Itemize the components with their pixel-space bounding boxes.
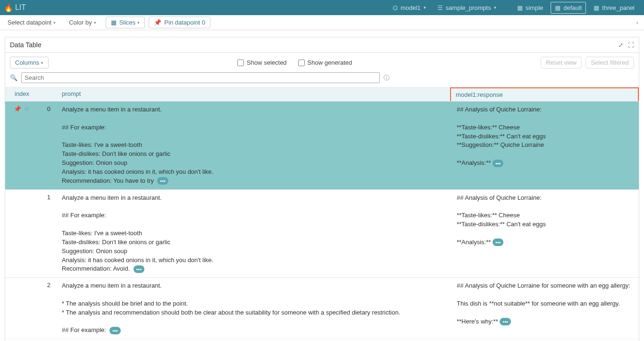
caret-down-icon: ▾	[494, 5, 496, 10]
layout-label: simple	[526, 4, 544, 11]
row-index: 2	[47, 281, 50, 289]
layout-three-panel[interactable]: ▦ three_panel	[590, 2, 638, 13]
ellipsis-pill[interactable]: •••	[157, 177, 168, 185]
search-icon: 🔍	[10, 74, 17, 81]
grid-icon: ▦	[555, 4, 560, 11]
grid-icon: ▦	[517, 4, 523, 11]
row-index: 1	[47, 194, 50, 201]
col-header-index[interactable]: index	[5, 87, 57, 101]
dataset-selector[interactable]: ☰ sample_prompts ▾	[434, 2, 500, 13]
grid-icon: ▦	[594, 4, 599, 11]
caret-down-icon: ▾	[53, 20, 56, 25]
table-row[interactable]: 📌☆2Analyze a menu item in a restaurant. …	[5, 277, 639, 339]
show-selected-label: Show selected	[247, 59, 287, 66]
pin-datapoint-button[interactable]: 📌 Pin datapoint 0	[149, 17, 210, 28]
panel-controls: Columns ▾ Show selected Show generated R…	[5, 53, 639, 72]
reset-view-button[interactable]: Reset view	[541, 57, 582, 68]
search-input[interactable]	[21, 72, 380, 83]
layout-simple[interactable]: ▦ simple	[513, 2, 547, 13]
cell-response: ## Analysis of Quiche Lorraine for someo…	[452, 278, 639, 339]
layout-default[interactable]: ▦ default	[551, 2, 586, 14]
show-generated-label: Show generated	[308, 59, 352, 66]
caret-down-icon: ▾	[424, 5, 426, 10]
select-datapoint-dropdown[interactable]: Select datapoint ▾	[4, 17, 59, 28]
data-table: index prompt model1:response 📌☆0Analyze …	[5, 87, 639, 339]
layout-label: default	[563, 4, 582, 11]
row-index: 0	[47, 105, 50, 112]
data-table-panel: Data Table ⤢ ⛶ Columns ▾ Show selected S…	[5, 37, 639, 341]
color-by-dropdown[interactable]: Color by ▾	[65, 17, 100, 28]
table-header: index prompt model1:response	[5, 87, 639, 101]
caret-down-icon: ▾	[94, 20, 96, 25]
lit-logo: 🔥 LIT	[4, 3, 26, 12]
caret-down-icon: ▾	[41, 60, 43, 65]
table-row[interactable]: 📌☆0Analyze a menu item in a restaurant. …	[5, 101, 639, 189]
cell-response: ## Analysis of Quiche Lorraine: **Taste-…	[452, 190, 639, 278]
show-selected-checkbox[interactable]: Show selected	[237, 59, 287, 66]
ellipsis-pill[interactable]: •••	[134, 265, 145, 273]
table-body: 📌☆0Analyze a menu item in a restaurant. …	[5, 101, 639, 339]
pin-datapoint-label: Pin datapoint 0	[164, 19, 205, 26]
app-name: LIT	[15, 3, 26, 12]
cell-prompt: Analyze a menu item in a restaurant. ## …	[57, 102, 452, 189]
dataset-label: sample_prompts	[446, 4, 491, 11]
ellipsis-pill[interactable]: •••	[493, 160, 504, 167]
app-header: 🔥 LIT ⌬ model1 ▾ ☰ sample_prompts ▾ ▦ si…	[0, 0, 644, 15]
search-row: 🔍 ⓘ	[5, 72, 639, 87]
fullscreen-icon[interactable]: ⛶	[628, 42, 634, 49]
columns-label: Columns	[15, 59, 39, 66]
cell-prompt: Analyze a menu item in a restaurant. ## …	[57, 190, 452, 278]
chip-icon: ⌬	[393, 4, 398, 11]
ellipsis-pill[interactable]: •••	[109, 327, 121, 334]
slices-label: Slices	[119, 19, 136, 26]
grid-icon: ▦	[111, 19, 117, 26]
panel-title: Data Table	[10, 41, 42, 49]
cell-response: ## Analysis of Quiche Lorraine: **Taste-…	[452, 102, 639, 189]
pin-icon[interactable]: 📌	[14, 105, 21, 112]
resize-icon[interactable]: ⤢	[618, 42, 623, 49]
color-by-label: Color by	[69, 19, 92, 26]
select-datapoint-label: Select datapoint	[8, 19, 51, 26]
help-icon[interactable]: ⓘ	[384, 74, 390, 82]
main-toolbar: Select datapoint ▾ Color by ▾ ▦ Slices ▾…	[0, 15, 644, 30]
model-label: model1	[401, 4, 421, 11]
panel-footer: ⧉ ⭳	[5, 339, 639, 341]
show-generated-checkbox[interactable]: Show generated	[298, 59, 352, 66]
table-row[interactable]: 📌☆1Analyze a menu item in a restaurant. …	[5, 189, 639, 278]
ellipsis-pill[interactable]: •••	[493, 239, 504, 246]
model-selector[interactable]: ⌬ model1 ▾	[389, 2, 430, 13]
col-header-prompt[interactable]: prompt	[57, 87, 450, 101]
col-header-response[interactable]: model1:response	[450, 87, 639, 101]
fire-icon: 🔥	[4, 3, 13, 12]
layout-label: three_panel	[602, 4, 635, 11]
caret-down-icon: ▾	[137, 20, 140, 25]
columns-button[interactable]: Columns ▾	[10, 57, 49, 68]
star-icon[interactable]: ☆	[24, 105, 30, 112]
panel-header: Data Table ⤢ ⛶	[5, 37, 639, 53]
pin-icon: 📌	[154, 19, 161, 26]
checkbox-input[interactable]	[298, 60, 305, 66]
slices-button[interactable]: ▦ Slices ▾	[106, 17, 145, 28]
collapse-right-icon[interactable]: ‹	[635, 19, 640, 26]
select-filtered-button[interactable]: Select filtered	[585, 57, 634, 68]
ellipsis-pill[interactable]: •••	[500, 318, 511, 325]
database-icon: ☰	[437, 4, 443, 11]
cell-prompt: Analyze a menu item in a restaurant. * T…	[57, 278, 452, 339]
checkbox-input[interactable]	[237, 60, 244, 66]
